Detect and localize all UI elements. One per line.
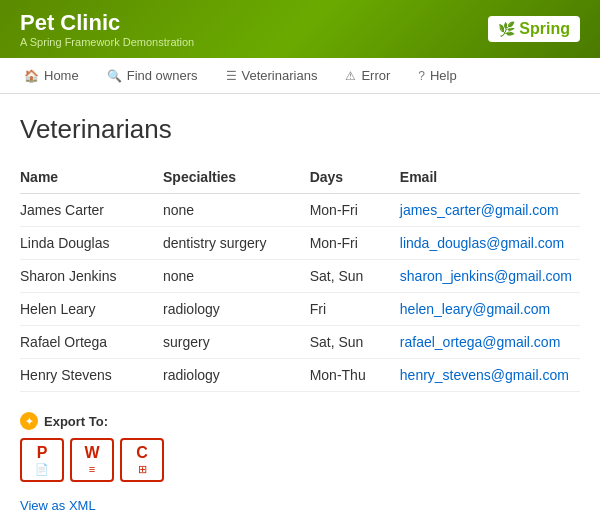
- vet-days: Mon-Thu: [310, 359, 400, 392]
- app-header: Pet Clinic A Spring Framework Demonstrat…: [0, 0, 600, 58]
- app-name: Pet Clinic: [20, 10, 194, 36]
- vet-name: Sharon Jenkins: [20, 260, 163, 293]
- word-icon: ≡: [89, 463, 95, 475]
- vet-name: Rafael Ortega: [20, 326, 163, 359]
- pdf-letter: P: [37, 445, 48, 461]
- main-content: Veterinarians Name Specialties Days Emai…: [0, 94, 600, 519]
- vet-days: Mon-Fri: [310, 227, 400, 260]
- nav-find-owners-label: Find owners: [127, 68, 198, 83]
- page-title: Veterinarians: [20, 114, 580, 145]
- vet-name: Linda Douglas: [20, 227, 163, 260]
- table-row: Helen LearyradiologyFrihelen_leary@gmail…: [20, 293, 580, 326]
- table-row: Henry StevensradiologyMon-Thuhenry_steve…: [20, 359, 580, 392]
- nav-help-label: Help: [430, 68, 457, 83]
- export-buttons: P 📄 W ≡ C ⊞: [20, 438, 580, 482]
- table-row: Sharon JenkinsnoneSat, Sunsharon_jenkins…: [20, 260, 580, 293]
- vet-email[interactable]: james_carter@gmail.com: [400, 194, 580, 227]
- app-title: Pet Clinic A Spring Framework Demonstrat…: [20, 10, 194, 48]
- vet-name: Henry Stevens: [20, 359, 163, 392]
- nav-home[interactable]: 🏠 Home: [10, 58, 93, 93]
- nav-error-label: Error: [361, 68, 390, 83]
- vet-name: James Carter: [20, 194, 163, 227]
- csv-letter: C: [136, 445, 148, 461]
- nav-veterinarians-label: Veterinarians: [242, 68, 318, 83]
- vet-days: Sat, Sun: [310, 326, 400, 359]
- vet-email[interactable]: linda_douglas@gmail.com: [400, 227, 580, 260]
- spring-logo: 🌿 Spring: [488, 16, 580, 42]
- vet-specialties: dentistry surgery: [163, 227, 310, 260]
- export-section: ✦ Export To: P 📄 W ≡ C ⊞: [20, 412, 580, 482]
- view-xml-link[interactable]: View as XML: [20, 498, 580, 513]
- vet-days: Sat, Sun: [310, 260, 400, 293]
- table-row: Rafael OrtegasurgerySat, Sunrafael_orteg…: [20, 326, 580, 359]
- col-header-name: Name: [20, 161, 163, 194]
- brand: Pet Clinic A Spring Framework Demonstrat…: [20, 10, 194, 48]
- veterinarians-table: Name Specialties Days Email James Carter…: [20, 161, 580, 392]
- nav-home-label: Home: [44, 68, 79, 83]
- word-letter: W: [84, 445, 99, 461]
- export-csv-button[interactable]: C ⊞: [120, 438, 164, 482]
- table-row: Linda Douglasdentistry surgeryMon-Frilin…: [20, 227, 580, 260]
- export-word-button[interactable]: W ≡: [70, 438, 114, 482]
- export-icon: ✦: [20, 412, 38, 430]
- footer-links: View as XML Subscribe to Atom feed: [20, 498, 580, 519]
- nav-veterinarians[interactable]: ☰ Veterinarians: [212, 58, 332, 93]
- vet-days: Mon-Fri: [310, 194, 400, 227]
- home-icon: 🏠: [24, 69, 39, 83]
- help-icon: ?: [418, 69, 425, 83]
- leaf-icon: 🌿: [498, 21, 515, 37]
- app-subtitle: A Spring Framework Demonstration: [20, 36, 194, 48]
- list-icon: ☰: [226, 69, 237, 83]
- export-label: ✦ Export To:: [20, 412, 580, 430]
- nav-error[interactable]: ⚠ Error: [331, 58, 404, 93]
- col-header-days: Days: [310, 161, 400, 194]
- pdf-icon: 📄: [35, 463, 49, 476]
- search-icon: 🔍: [107, 69, 122, 83]
- nav-find-owners[interactable]: 🔍 Find owners: [93, 58, 212, 93]
- vet-days: Fri: [310, 293, 400, 326]
- warning-icon: ⚠: [345, 69, 356, 83]
- col-header-email: Email: [400, 161, 580, 194]
- vet-email[interactable]: rafael_ortega@gmail.com: [400, 326, 580, 359]
- nav-help[interactable]: ? Help: [404, 58, 470, 93]
- vet-specialties: none: [163, 260, 310, 293]
- vet-name: Helen Leary: [20, 293, 163, 326]
- vet-specialties: radiology: [163, 293, 310, 326]
- export-pdf-button[interactable]: P 📄: [20, 438, 64, 482]
- table-row: James CarternoneMon-Frijames_carter@gmai…: [20, 194, 580, 227]
- spring-logo-text: Spring: [519, 20, 570, 38]
- vet-specialties: none: [163, 194, 310, 227]
- export-label-text: Export To:: [44, 414, 108, 429]
- vet-specialties: radiology: [163, 359, 310, 392]
- vet-specialties: surgery: [163, 326, 310, 359]
- vet-email[interactable]: sharon_jenkins@gmail.com: [400, 260, 580, 293]
- vet-email[interactable]: helen_leary@gmail.com: [400, 293, 580, 326]
- csv-icon: ⊞: [138, 463, 147, 476]
- main-nav: 🏠 Home 🔍 Find owners ☰ Veterinarians ⚠ E…: [0, 58, 600, 94]
- col-header-specialties: Specialties: [163, 161, 310, 194]
- vet-email[interactable]: henry_stevens@gmail.com: [400, 359, 580, 392]
